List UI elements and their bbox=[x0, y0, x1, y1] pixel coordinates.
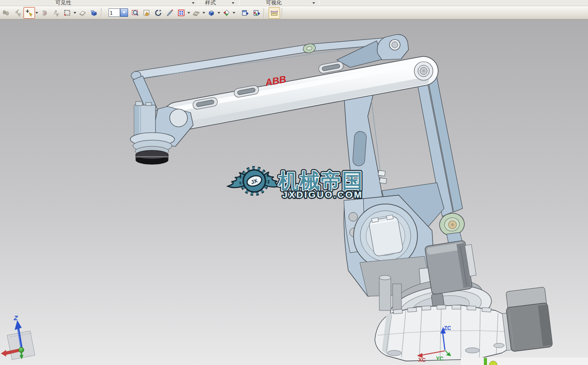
show-hide-icon[interactable] bbox=[0, 7, 12, 19]
rotate-view-glyph bbox=[154, 9, 162, 17]
shaded-view-glyph bbox=[207, 9, 215, 17]
pan-glyph bbox=[143, 9, 151, 17]
new-layout-glyph bbox=[241, 9, 249, 17]
show-objects-icon[interactable] bbox=[50, 7, 62, 19]
toolbar-group-visualization-label: 可视化 bbox=[266, 0, 282, 6]
robot-forearm-beam: ABB bbox=[170, 61, 433, 127]
replace-layout-icon[interactable] bbox=[251, 7, 262, 19]
selection-rectangle-options-caret[interactable] bbox=[73, 7, 77, 19]
watermark-subtitle-overlay: JXDIGUO.COM bbox=[282, 189, 363, 200]
robot-counterweight-box bbox=[500, 287, 553, 353]
toolbar-group-titles: 可见性 样式 可视化 bbox=[0, 0, 588, 6]
selection-rectangle-icon[interactable] bbox=[62, 7, 73, 19]
show-hide-glyph bbox=[2, 9, 10, 17]
selection-rectangle-glyph bbox=[63, 9, 71, 17]
replace-layout-glyph bbox=[253, 9, 261, 17]
fit-view-glyph bbox=[177, 9, 185, 17]
toolbar-group-visibility-label: 可见性 bbox=[55, 0, 71, 6]
immediate-hide-glyph bbox=[25, 9, 33, 17]
bottom-strip bbox=[461, 357, 588, 365]
show-objects-glyph bbox=[52, 9, 60, 17]
triad-z-label: Z bbox=[13, 314, 18, 322]
graphics-window[interactable]: ABB bbox=[0, 20, 588, 365]
watermark-gear-logo: JX bbox=[241, 168, 267, 194]
work-layer-dropdown[interactable] bbox=[120, 8, 128, 17]
unfold-shell-icon[interactable] bbox=[88, 7, 100, 19]
shaded-view-options-caret[interactable] bbox=[217, 7, 221, 19]
robot-wrist-assembly bbox=[130, 76, 193, 165]
robot-model-canvas[interactable]: ABB bbox=[0, 20, 588, 365]
render-style-icon[interactable] bbox=[191, 7, 202, 19]
unfold-shell-glyph bbox=[90, 9, 98, 17]
toolbar-icon-row bbox=[0, 6, 588, 19]
render-style-options-caret[interactable] bbox=[202, 7, 206, 19]
measure-distance-icon[interactable] bbox=[269, 7, 280, 19]
toolbar-group-style-label: 样式 bbox=[205, 0, 216, 6]
robot-motor-box bbox=[424, 239, 478, 294]
orient-view-glyph bbox=[222, 9, 230, 17]
rotate-view-icon[interactable] bbox=[152, 7, 164, 19]
fit-view-options-caret[interactable] bbox=[187, 7, 191, 19]
fit-view-icon[interactable] bbox=[175, 7, 187, 19]
watermark: JX 机械帝国 机械帝国 JXDIGUO.COM JXDIGUO.COM bbox=[228, 168, 363, 200]
hide-objects-icon[interactable] bbox=[12, 7, 23, 19]
wcs-x-label: XC bbox=[418, 357, 426, 363]
toolbar-separator bbox=[101, 8, 102, 18]
artistic-appearance-icon[interactable] bbox=[164, 7, 175, 19]
hide-objects-glyph bbox=[14, 9, 22, 17]
erase-geometry-glyph bbox=[78, 9, 86, 17]
invert-shown-hidden-glyph bbox=[40, 9, 48, 17]
toolbar-separator bbox=[319, 0, 319, 5]
invert-shown-hidden-icon[interactable] bbox=[39, 7, 50, 19]
pan-icon[interactable] bbox=[141, 7, 152, 19]
zoom-region-icon[interactable] bbox=[129, 7, 141, 19]
toolbar-group-visualization-options-caret[interactable] bbox=[312, 2, 315, 4]
measure-distance-glyph bbox=[270, 9, 278, 17]
orient-view-options-caret[interactable] bbox=[232, 7, 236, 19]
toolbar-separator bbox=[264, 8, 265, 18]
wcs-y-label: YC bbox=[436, 356, 444, 362]
artistic-appearance-glyph bbox=[166, 9, 174, 17]
work-layer-input[interactable] bbox=[109, 8, 120, 17]
wcs-z-label: ZC bbox=[444, 325, 451, 331]
immediate-hide-icon[interactable] bbox=[23, 7, 35, 19]
new-layout-icon[interactable] bbox=[239, 7, 251, 19]
triad-origin-knob bbox=[19, 347, 24, 353]
toolbar-separator bbox=[239, 0, 240, 5]
toolbar-group-visibility-options-caret[interactable] bbox=[192, 2, 195, 4]
render-style-glyph bbox=[192, 9, 200, 17]
immediate-hide-options-caret[interactable] bbox=[35, 7, 39, 19]
erase-geometry-icon[interactable] bbox=[77, 7, 88, 19]
toolbar-group-style-options-caret[interactable] bbox=[232, 2, 234, 4]
orient-view-icon[interactable] bbox=[221, 7, 232, 19]
toolbar-separator bbox=[198, 0, 199, 5]
work-layer-combo bbox=[109, 8, 128, 17]
toolbar-separator bbox=[282, 8, 283, 18]
main-toolbar: 可见性 样式 可视化 bbox=[0, 0, 588, 20]
zoom-region-glyph bbox=[131, 9, 139, 17]
end-effector-cylinder bbox=[136, 150, 168, 165]
view-triad[interactable]: Z bbox=[1, 314, 35, 360]
shaded-view-icon[interactable] bbox=[206, 7, 217, 19]
